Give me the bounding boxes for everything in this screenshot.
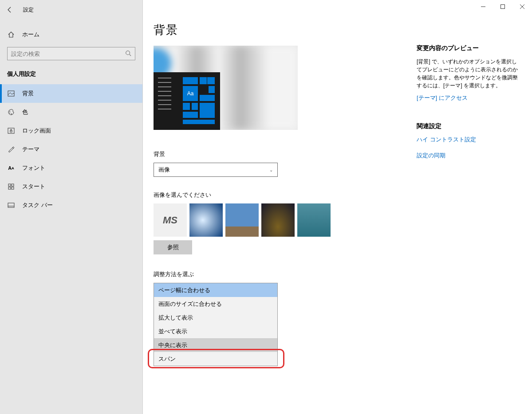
nav-item-label: 背景 <box>22 90 34 98</box>
start-icon <box>7 183 15 191</box>
fit-option[interactable]: スパン <box>154 352 277 366</box>
home-icon <box>7 31 15 39</box>
nav-item-start[interactable]: スタート <box>0 177 142 196</box>
background-preview: Aa <box>154 46 298 130</box>
palette-icon <box>7 108 15 116</box>
image-thumb[interactable] <box>189 203 223 237</box>
back-icon <box>6 6 13 13</box>
info-pane: 変更内容のプレビュー [背景] で、いずれかのオプションを選択してプレビューにど… <box>417 44 519 160</box>
page-title: 背景 <box>154 22 411 38</box>
fit-option[interactable]: 中央に表示 <box>154 338 277 352</box>
themes-link[interactable]: [テーマ] にアクセス <box>417 94 519 102</box>
nav-item-label: スタート <box>22 183 45 191</box>
main-content: 背景 Aa <box>143 0 532 414</box>
app-title: 設定 <box>23 6 34 14</box>
svg-rect-12 <box>8 203 14 207</box>
sidebar: 設定 ホーム 個人用設定 背景 色 ロック画面 テーマ <box>0 0 143 414</box>
fit-option[interactable]: 並べて表示 <box>154 324 277 338</box>
nav-item-lockscreen[interactable]: ロック画面 <box>0 121 142 140</box>
nav-list: 背景 色 ロック画面 テーマ AA フォント スタート タスク バー <box>0 84 142 215</box>
search-icon <box>125 50 131 58</box>
nav-item-label: 色 <box>22 108 28 116</box>
minimize-button[interactable] <box>473 0 493 13</box>
svg-rect-8 <box>8 184 11 186</box>
nav-item-background[interactable]: 背景 <box>0 84 142 103</box>
titlebar-left: 設定 <box>0 0 142 20</box>
preview-info-heading: 変更内容のプレビュー <box>417 44 519 52</box>
svg-point-3 <box>9 111 10 112</box>
browse-button[interactable]: 参照 <box>154 240 192 254</box>
nav-item-themes[interactable]: テーマ <box>0 140 142 159</box>
choose-image-label: 画像を選んでください <box>154 191 411 199</box>
nav-item-fonts[interactable]: AA フォント <box>0 159 142 177</box>
high-contrast-link[interactable]: ハイ コントラスト設定 <box>417 136 519 144</box>
image-thumbnails: MS <box>154 203 411 237</box>
image-thumb[interactable] <box>297 203 331 237</box>
svg-point-5 <box>11 113 12 114</box>
lockscreen-icon <box>7 127 15 135</box>
image-thumb[interactable] <box>225 203 259 237</box>
window-controls <box>473 0 532 13</box>
nav-item-label: ロック画面 <box>22 127 51 135</box>
image-thumb[interactable] <box>261 203 295 237</box>
background-type-dropdown[interactable]: 画像 ⌄ <box>154 163 278 177</box>
background-type-label: 背景 <box>154 150 411 158</box>
maximize-button[interactable] <box>493 0 512 13</box>
fit-listbox[interactable]: ページ幅に合わせる 画面のサイズに合わせる 拡大して表示 並べて表示 中央に表示… <box>154 283 278 366</box>
nav-item-label: フォント <box>22 164 45 172</box>
fit-label: 調整方法を選ぶ <box>154 270 411 278</box>
close-button[interactable] <box>512 0 532 13</box>
theme-icon <box>7 145 15 153</box>
font-icon: AA <box>7 164 15 172</box>
image-thumb[interactable]: MS <box>154 203 187 237</box>
nav-item-colors[interactable]: 色 <box>0 103 142 121</box>
preview-info-text: [背景] で、いずれかのオプションを選択してプレビューにどのように表示されるのか… <box>417 58 519 90</box>
svg-point-0 <box>126 51 130 55</box>
search-input[interactable] <box>11 51 125 57</box>
nav-item-label: タスク バー <box>22 201 53 209</box>
svg-line-1 <box>130 54 131 56</box>
svg-rect-10 <box>8 187 11 189</box>
chevron-down-icon: ⌄ <box>269 168 273 172</box>
picture-icon <box>7 90 15 98</box>
svg-rect-7 <box>10 130 12 132</box>
sync-settings-link[interactable]: 設定の同期 <box>417 152 519 160</box>
home-label: ホーム <box>22 31 39 39</box>
section-label: 個人用設定 <box>0 60 142 84</box>
fit-option[interactable]: 拡大して表示 <box>154 311 277 324</box>
svg-rect-9 <box>12 184 14 186</box>
svg-rect-11 <box>12 187 14 189</box>
nav-item-taskbar[interactable]: タスク バー <box>0 196 142 215</box>
taskbar-icon <box>7 201 15 209</box>
back-button[interactable] <box>4 4 15 15</box>
dropdown-selected: 画像 <box>158 166 170 174</box>
search-wrap <box>0 43 142 60</box>
svg-point-4 <box>9 113 10 113</box>
related-heading: 関連設定 <box>417 122 519 130</box>
fit-option[interactable]: 画面のサイズに合わせる <box>154 297 277 311</box>
search-box[interactable] <box>7 47 135 60</box>
svg-rect-15 <box>501 5 505 9</box>
home-button[interactable]: ホーム <box>0 26 142 43</box>
preview-sample-tile: Aa <box>182 86 198 102</box>
fit-option[interactable]: ページ幅に合わせる <box>154 283 277 297</box>
nav-item-label: テーマ <box>22 145 39 153</box>
svg-rect-6 <box>8 128 14 133</box>
